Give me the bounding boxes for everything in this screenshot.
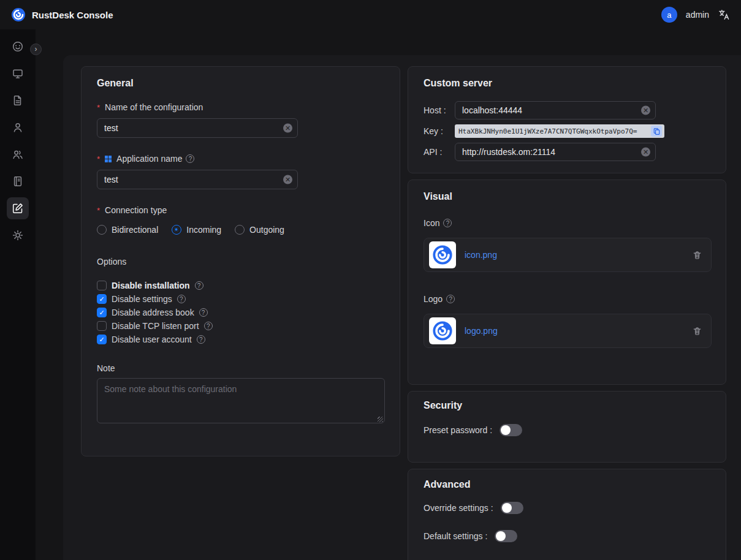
radio-bidirectional[interactable]: Bidirectional xyxy=(97,225,158,235)
options-label: Options xyxy=(97,257,384,267)
note-label: Note xyxy=(97,363,384,373)
clear-app-name-icon[interactable]: ✕ xyxy=(283,175,292,184)
icon-label: Icon ? xyxy=(424,218,710,228)
general-card: General * Name of the configuration ✕ * … xyxy=(81,66,400,456)
translate-icon[interactable] xyxy=(718,9,730,21)
option-disable-settings: Disable settings ? xyxy=(97,292,384,306)
radio-incoming[interactable]: Incoming xyxy=(172,225,221,235)
logo-file-box: logo.png xyxy=(424,314,712,348)
note-textarea[interactable] xyxy=(97,378,385,423)
override-settings-toggle[interactable] xyxy=(501,502,523,514)
preset-password-label: Preset password : xyxy=(424,425,492,435)
document-icon xyxy=(12,94,24,107)
icon-file-box: icon.png xyxy=(424,238,712,272)
host-label: Host : xyxy=(424,105,455,115)
app-name-help-icon[interactable]: ? xyxy=(186,154,194,163)
logo-file-link[interactable]: logo.png xyxy=(465,326,692,336)
server-key-field[interactable]: HtaXBkJNHyn0e1U1jWXze7A7CN7QTGWqxkOtpaVp… xyxy=(455,124,664,138)
api-label: API : xyxy=(424,147,455,157)
top-bar: RustDesk Console a admin xyxy=(0,0,741,29)
security-title: Security xyxy=(424,400,710,411)
name-field-label: * Name of the configuration xyxy=(97,102,384,112)
checkbox-disable-tcp[interactable] xyxy=(97,321,107,331)
sidebar xyxy=(0,29,36,560)
icon-thumbnail xyxy=(429,241,456,268)
sidebar-item-users[interactable] xyxy=(7,116,29,138)
content-panel: General * Name of the configuration ✕ * … xyxy=(63,55,741,560)
sidebar-item-custom-client[interactable] xyxy=(7,197,29,219)
visual-title: Visual xyxy=(424,191,710,202)
brand: RustDesk Console xyxy=(11,7,113,22)
sidebar-item-status[interactable] xyxy=(7,36,29,58)
custom-server-title: Custom server xyxy=(424,78,710,89)
preset-password-toggle[interactable] xyxy=(500,424,522,436)
option-disable-tcp: Disable TCP listen port ? xyxy=(97,319,384,333)
user-icon xyxy=(12,121,24,134)
default-settings-label: Default settings : xyxy=(424,531,487,541)
sidebar-item-devices[interactable] xyxy=(7,62,29,85)
app-name-label: * Application name ? xyxy=(97,154,384,164)
connection-type-group: Bidirectional Incoming Outgoing xyxy=(97,225,384,235)
sidebar-item-settings[interactable] xyxy=(7,224,29,246)
icon-help-icon[interactable]: ? xyxy=(443,219,452,227)
disable-user-account-help-icon[interactable]: ? xyxy=(197,335,205,344)
copy-key-icon[interactable] xyxy=(651,126,662,137)
disable-address-book-help-icon[interactable]: ? xyxy=(199,308,208,317)
username[interactable]: admin xyxy=(686,10,709,20)
delete-icon-file-icon[interactable] xyxy=(692,250,702,260)
visual-card: Visual Icon ? icon.png Logo ? xyxy=(408,180,726,385)
clear-host-icon[interactable]: ✕ xyxy=(641,106,650,115)
option-disable-address-book: Disable address book ? xyxy=(97,306,384,319)
override-settings-label: Override settings : xyxy=(424,503,493,513)
sidebar-item-groups[interactable] xyxy=(7,143,29,165)
default-settings-toggle[interactable] xyxy=(495,530,517,542)
logo-help-icon[interactable]: ? xyxy=(446,295,455,303)
logo-thumbnail xyxy=(429,317,456,344)
disable-settings-help-icon[interactable]: ? xyxy=(177,295,186,303)
option-disable-installation: Disable installation ? xyxy=(97,279,384,292)
status-icon xyxy=(12,40,24,53)
api-input[interactable] xyxy=(455,143,656,161)
sidebar-expand-button[interactable]: › xyxy=(30,44,42,55)
delete-logo-file-icon[interactable] xyxy=(692,326,702,336)
settings-icon xyxy=(12,229,24,241)
disable-tcp-help-icon[interactable]: ? xyxy=(204,322,213,330)
rustdesk-logo-icon xyxy=(11,7,26,22)
checkbox-disable-installation[interactable] xyxy=(97,281,107,290)
radio-outgoing[interactable]: Outgoing xyxy=(235,225,284,235)
users-icon xyxy=(12,148,24,161)
devices-icon xyxy=(12,67,24,80)
custom-client-icon xyxy=(12,202,24,214)
clear-api-icon[interactable]: ✕ xyxy=(641,148,650,157)
user-avatar[interactable]: a xyxy=(661,7,677,23)
windows-icon xyxy=(105,156,112,162)
disable-installation-help-icon[interactable]: ? xyxy=(195,281,203,290)
main-area: General * Name of the configuration ✕ * … xyxy=(36,29,741,560)
sidebar-item-audit[interactable] xyxy=(7,170,29,192)
advanced-title: Advanced xyxy=(424,479,710,490)
audit-log-icon xyxy=(12,175,24,187)
app-title: RustDesk Console xyxy=(32,10,113,20)
config-name-input[interactable] xyxy=(97,118,298,138)
checkbox-disable-address-book[interactable] xyxy=(97,308,107,317)
general-title: General xyxy=(97,78,384,89)
application-name-input[interactable] xyxy=(97,170,298,189)
security-card: Security Preset password : xyxy=(408,391,726,463)
option-disable-user-account: Disable user account ? xyxy=(97,333,384,346)
checkbox-disable-user-account[interactable] xyxy=(97,335,107,344)
icon-file-link[interactable]: icon.png xyxy=(465,250,692,260)
checkbox-disable-settings[interactable] xyxy=(97,294,107,304)
logo-label: Logo ? xyxy=(424,294,710,304)
advanced-card: Advanced Override settings : Default set… xyxy=(408,469,726,560)
sidebar-item-documents[interactable] xyxy=(7,89,29,112)
server-key-value: HtaXBkJNHyn0e1U1jWXze7A7CN7QTGWqxkOtpaVp… xyxy=(458,127,651,135)
key-label: Key : xyxy=(424,126,455,136)
host-input[interactable] xyxy=(455,101,656,119)
clear-name-icon[interactable]: ✕ xyxy=(283,124,292,133)
custom-server-card: Custom server Host : ✕ Key : HtaXBkJNHyn… xyxy=(408,66,726,173)
connection-type-label: * Connection type xyxy=(97,205,384,215)
